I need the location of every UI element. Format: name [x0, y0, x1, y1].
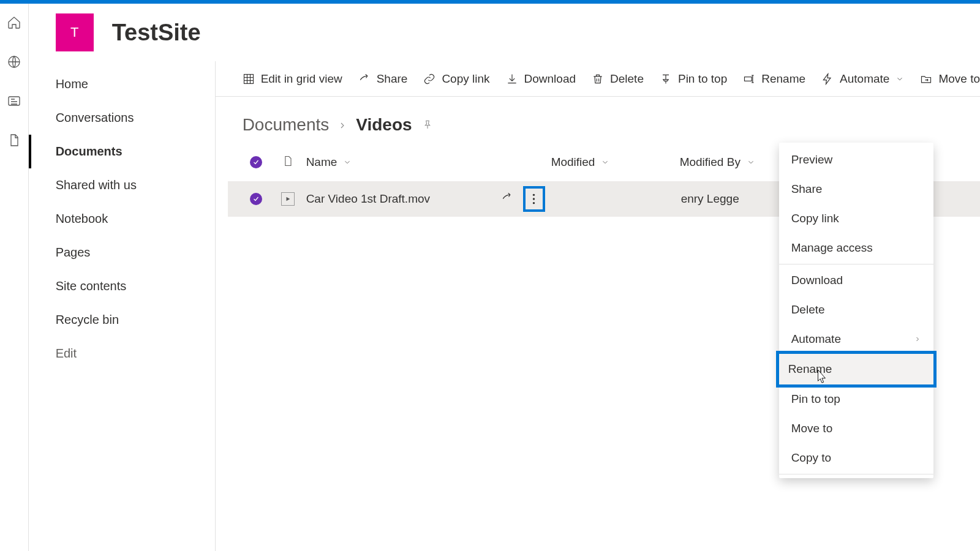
cmd-download[interactable]: Download	[506, 72, 576, 86]
chevron-down-icon	[601, 158, 609, 167]
cmd-automate[interactable]: Automate	[821, 72, 904, 86]
menu-share[interactable]: Share	[779, 174, 933, 204]
menu-move-to-label: Move to	[791, 422, 833, 435]
menu-download-label: Download	[791, 274, 843, 287]
chevron-right-icon	[914, 332, 921, 346]
menu-preview-label: Preview	[791, 153, 833, 167]
cmd-download-label: Download	[524, 72, 576, 86]
cmd-pin-top[interactable]: Pin to top	[660, 72, 727, 86]
sidenav-item-pages[interactable]: Pages	[29, 236, 215, 269]
menu-automate-label: Automate	[791, 332, 841, 346]
sidenav-item-documents[interactable]: Documents	[29, 135, 215, 168]
row-share-icon[interactable]	[501, 192, 513, 207]
svg-point-4	[533, 194, 535, 196]
breadcrumb-pin-icon[interactable]	[421, 115, 433, 135]
command-bar: Edit in grid view Share Copy link Downlo…	[216, 61, 980, 97]
breadcrumb-root[interactable]: Documents	[243, 115, 330, 135]
menu-manage-access-label: Manage access	[791, 241, 873, 255]
menu-delete-label: Delete	[791, 303, 825, 317]
menu-copy-to[interactable]: Copy to	[779, 443, 933, 473]
row-file-name[interactable]: Car Video 1st Draft.mov	[306, 192, 430, 206]
globe-icon[interactable]	[6, 54, 22, 70]
menu-pin-top-label: Pin to top	[791, 392, 840, 406]
cmd-rename-label: Rename	[761, 72, 805, 86]
menu-pin-top[interactable]: Pin to top	[779, 384, 933, 414]
menu-preview[interactable]: Preview	[779, 145, 933, 174]
sidenav-item-shared[interactable]: Shared with us	[29, 168, 215, 202]
filetype-column-icon[interactable]	[282, 155, 294, 170]
sidenav-item-notebook[interactable]: Notebook	[29, 202, 215, 236]
sidenav-edit-link[interactable]: Edit	[29, 337, 215, 370]
column-modified[interactable]: Modified	[551, 156, 680, 169]
row-select-checkbox[interactable]	[250, 193, 262, 205]
context-menu: Preview Share Copy link Manage access Do…	[779, 143, 933, 478]
site-title[interactable]: TestSite	[112, 20, 201, 46]
menu-copy-link-label: Copy link	[791, 212, 839, 225]
column-modified-label: Modified	[551, 156, 595, 169]
home-icon[interactable]	[6, 15, 22, 31]
chevron-down-icon	[747, 158, 755, 167]
sidenav-item-conversations[interactable]: Conversations	[29, 101, 215, 135]
breadcrumb: Documents Videos	[216, 97, 980, 143]
select-all-checkbox[interactable]	[250, 156, 262, 168]
menu-separator	[779, 264, 933, 264]
menu-delete[interactable]: Delete	[779, 295, 933, 324]
site-header: T TestSite	[29, 4, 980, 61]
side-navigation: Home Conversations Documents Shared with…	[29, 61, 215, 551]
cmd-copy-link-label: Copy link	[442, 72, 489, 86]
menu-rename[interactable]: Rename	[776, 351, 937, 388]
svg-point-5	[533, 198, 535, 200]
menu-separator	[779, 474, 933, 474]
app-rail	[0, 4, 29, 551]
cmd-delete[interactable]: Delete	[592, 72, 644, 86]
column-modifiedby-label: Modified By	[680, 156, 741, 169]
svg-point-6	[533, 202, 535, 204]
menu-copy-to-label: Copy to	[791, 451, 831, 465]
menu-share-label: Share	[791, 182, 823, 196]
file-icon[interactable]	[6, 132, 22, 148]
video-file-icon	[281, 192, 295, 206]
row-more-button[interactable]	[523, 186, 545, 212]
column-name-label: Name	[306, 156, 337, 169]
menu-move-to[interactable]: Move to	[779, 414, 933, 443]
cmd-automate-label: Automate	[840, 72, 889, 86]
menu-automate[interactable]: Automate	[779, 324, 933, 354]
menu-copy-link[interactable]: Copy link	[779, 204, 933, 233]
site-logo[interactable]: T	[56, 13, 94, 51]
menu-manage-access[interactable]: Manage access	[779, 233, 933, 263]
sidenav-item-home[interactable]: Home	[29, 67, 215, 101]
cmd-rename[interactable]: Rename	[743, 72, 805, 86]
cmd-copy-link[interactable]: Copy link	[423, 72, 489, 86]
cmd-move-to[interactable]: Move to	[920, 72, 980, 86]
cmd-share[interactable]: Share	[358, 72, 408, 86]
menu-download[interactable]: Download	[779, 266, 933, 295]
cmd-delete-label: Delete	[610, 72, 644, 86]
cmd-share-label: Share	[377, 72, 408, 86]
news-icon[interactable]	[6, 93, 22, 109]
svg-rect-2	[244, 74, 253, 83]
cmd-move-to-label: Move to	[938, 72, 980, 86]
breadcrumb-current: Videos	[356, 115, 412, 135]
cmd-pin-top-label: Pin to top	[678, 72, 727, 86]
chevron-right-icon	[337, 115, 347, 135]
cmd-edit-grid[interactable]: Edit in grid view	[243, 72, 342, 86]
menu-rename-label: Rename	[788, 362, 832, 376]
chevron-down-icon	[343, 158, 352, 167]
column-name[interactable]: Name	[306, 156, 551, 169]
sidenav-item-recyclebin[interactable]: Recycle bin	[29, 303, 215, 337]
svg-rect-3	[745, 77, 752, 81]
sidenav-item-sitecontents[interactable]: Site contents	[29, 269, 215, 303]
cmd-edit-grid-label: Edit in grid view	[261, 72, 342, 86]
